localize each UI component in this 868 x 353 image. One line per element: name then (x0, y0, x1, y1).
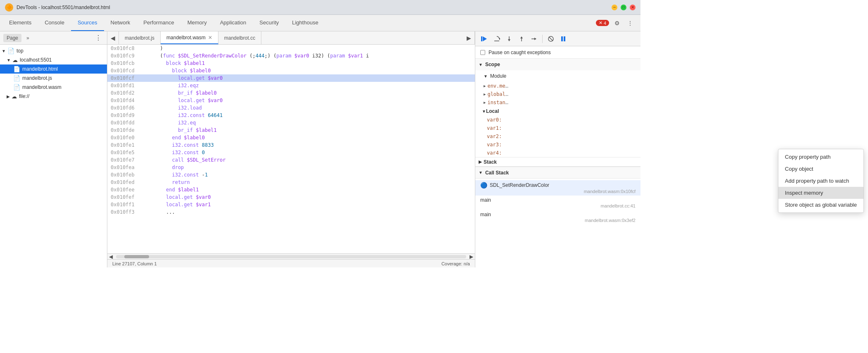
panel-more-btn[interactable]: ⋮ (93, 33, 104, 43)
scroll-left-btn[interactable]: ◀ (107, 254, 114, 260)
local-item-var4[interactable]: var4: (475, 149, 640, 157)
scrollbar-track[interactable] (116, 255, 466, 258)
callstack-item-main-cc[interactable]: main mandelbrot.cc:41 (475, 196, 640, 210)
stack-section[interactable]: ▶ Stack (475, 157, 640, 166)
env-ellipsis: … (505, 83, 508, 89)
tree-item-file[interactable]: ▶ ☁ file:// (0, 92, 107, 101)
code-line[interactable]: 0x010fef local.get $var0 (107, 193, 475, 201)
right-panel-scroll[interactable]: ▼ Scope ▼ Module ▶ env.me … (475, 59, 640, 267)
local-item-var2[interactable]: var2: (475, 132, 640, 141)
close-button[interactable]: ✕ (630, 5, 636, 10)
step-button[interactable] (528, 33, 540, 45)
cs-label-main-cc: main (480, 197, 491, 203)
tree-item-mandelbrot-js[interactable]: 📄 mandelbrot.js (0, 74, 107, 83)
code-line[interactable]: 0x010fee end $label1 (107, 186, 475, 193)
maximize-button[interactable]: □ (621, 5, 626, 10)
deactivate-button[interactable] (545, 33, 557, 45)
code-line[interactable]: 0x010fdd i32.eq (107, 119, 475, 126)
call-stack-header[interactable]: ▼ Call Stack (475, 167, 640, 179)
code-area[interactable]: 0x010fc8 )0x010fc9 (func $SDL_SetRenderD… (107, 45, 475, 253)
scope-label: Scope (485, 62, 500, 67)
tab-security[interactable]: Security (253, 15, 285, 31)
label-mandelbrot-js: mandelbrot.js (22, 75, 52, 81)
module-header[interactable]: ▼ Module (475, 70, 640, 82)
line-address: 0x010fde (107, 126, 152, 134)
tab-sources[interactable]: Sources (71, 15, 104, 31)
local-item-var1[interactable]: var1: (475, 124, 640, 132)
code-line[interactable]: 0x010fcf local.get $var0 (107, 74, 475, 82)
callstack-item-sdl[interactable]: 🔵 SDL_SetRenderDrawColor mandelbrot.wasm… (475, 180, 640, 196)
module-item-global[interactable]: ▶ global … (475, 90, 640, 98)
local-header[interactable]: ▼ Local (475, 107, 640, 116)
code-line[interactable]: 0x010fcb block $label1 (107, 60, 475, 67)
callstack-item-main-wasm[interactable]: main mandelbrot.wasm:0x3ef2 (475, 210, 640, 224)
expand-panel-btn[interactable]: ▶ (463, 31, 475, 44)
code-line[interactable]: 0x010fd6 i32.load (107, 104, 475, 112)
module-item-env[interactable]: ▶ env.me … (475, 82, 640, 90)
code-line[interactable]: 0x010fc9 (func $SDL_SetRenderDrawColor (… (107, 52, 475, 60)
code-line[interactable]: 0x010fe1 i32.const 8833 (107, 141, 475, 149)
step-over-button[interactable] (491, 33, 503, 45)
tab-lighthouse[interactable]: Lighthouse (285, 15, 325, 31)
scrollbar-thumb[interactable] (124, 255, 149, 258)
right-panel: Pause on caught exceptions ▼ Scope ▼ Mod… (475, 31, 640, 267)
code-line[interactable]: 0x010fd4 local.get $var0 (107, 97, 475, 104)
code-line[interactable]: 0x010fcd block $label0 (107, 67, 475, 74)
line-address: 0x010fcb (107, 60, 152, 67)
code-tab-mandelbrot-wasm[interactable]: mandelbrot.wasm ✕ (161, 31, 218, 44)
tree-item-mandelbrot-wasm[interactable]: 📄 mandelbrot.wasm (0, 83, 107, 92)
pause-exceptions-button[interactable] (557, 33, 569, 45)
scroll-right-btn[interactable]: ▶ (468, 254, 475, 260)
step-into-button[interactable] (503, 33, 515, 45)
code-line[interactable]: 0x010feb i32.const -1 (107, 171, 475, 179)
code-line[interactable]: 0x010fc8 ) (107, 45, 475, 52)
code-tab-mandelbrot-js[interactable]: mandelbrot.js (119, 31, 161, 44)
code-line[interactable]: 0x010fe7 call $SDL_SetError (107, 156, 475, 164)
cs-fn-main-wasm: main (480, 212, 636, 217)
minimize-button[interactable]: ─ (612, 5, 617, 10)
horizontal-scrollbar[interactable]: ◀ ▶ (107, 253, 475, 259)
error-badge[interactable]: ✕ 4 (596, 20, 609, 26)
code-line[interactable]: 0x010fde br_if $label1 (107, 126, 475, 134)
module-item-instan[interactable]: ▶ instan … (475, 98, 640, 107)
label-file: file:// (19, 93, 29, 99)
line-address: 0x010fd9 (107, 112, 152, 119)
tab-elements[interactable]: Elements (2, 15, 38, 31)
collapse-panel-btn[interactable]: ◀ (107, 31, 119, 44)
settings-button[interactable]: ⚙ (612, 18, 622, 29)
tree-item-top[interactable]: ▼ 📄 top (0, 46, 107, 55)
code-line[interactable]: 0x010fea drop (107, 164, 475, 171)
page-tab[interactable]: Page (3, 34, 21, 42)
var4-key: var4: (487, 150, 502, 156)
code-line[interactable]: 0x010ff1 local.get $var1 (107, 201, 475, 208)
resume-button[interactable] (479, 33, 490, 45)
tab-memory[interactable]: Memory (181, 15, 213, 31)
scope-arrow-icon: ▼ (479, 62, 483, 67)
stack-arrow-icon: ▶ (479, 160, 482, 164)
code-line[interactable]: 0x010fd2 br_if $label0 (107, 89, 475, 97)
tab-application[interactable]: Application (213, 15, 253, 31)
content-area: Page » ⋮ ▼ 📄 top ▼ ☁ localhost:5501 📄 ma (0, 31, 640, 267)
step-out-button[interactable] (516, 33, 527, 45)
close-wasm-tab[interactable]: ✕ (208, 35, 212, 41)
pause-caught-checkbox[interactable] (480, 50, 485, 55)
code-line[interactable]: 0x010fd9 i32.const 64641 (107, 112, 475, 119)
tree-item-localhost[interactable]: ▼ ☁ localhost:5501 (0, 55, 107, 64)
local-item-var3[interactable]: var3: (475, 141, 640, 149)
code-tab-mandelbrot-cc[interactable]: mandelbrot.cc (218, 31, 261, 44)
line-address: 0x010fc9 (107, 52, 152, 60)
svg-marker-9 (534, 38, 536, 40)
tab-network[interactable]: Network (104, 15, 137, 31)
code-line[interactable]: 0x010fed return (107, 179, 475, 186)
code-line[interactable]: 0x010fd1 i32.eqz (107, 82, 475, 89)
more-options-button[interactable]: ⋮ (625, 18, 636, 29)
code-line[interactable]: 0x010ff3 ... (107, 208, 475, 216)
more-tabs-btn[interactable]: » (23, 34, 33, 42)
tree-item-mandelbrot-html[interactable]: 📄 mandelbrot.html (0, 64, 107, 74)
tab-console[interactable]: Console (38, 15, 71, 31)
scope-header[interactable]: ▼ Scope (475, 59, 640, 70)
tab-performance[interactable]: Performance (137, 15, 180, 31)
local-item-var0[interactable]: var0: (475, 116, 640, 124)
code-line[interactable]: 0x010fe5 i32.const 0 (107, 149, 475, 156)
code-line[interactable]: 0x010fe0 end $label0 (107, 134, 475, 141)
